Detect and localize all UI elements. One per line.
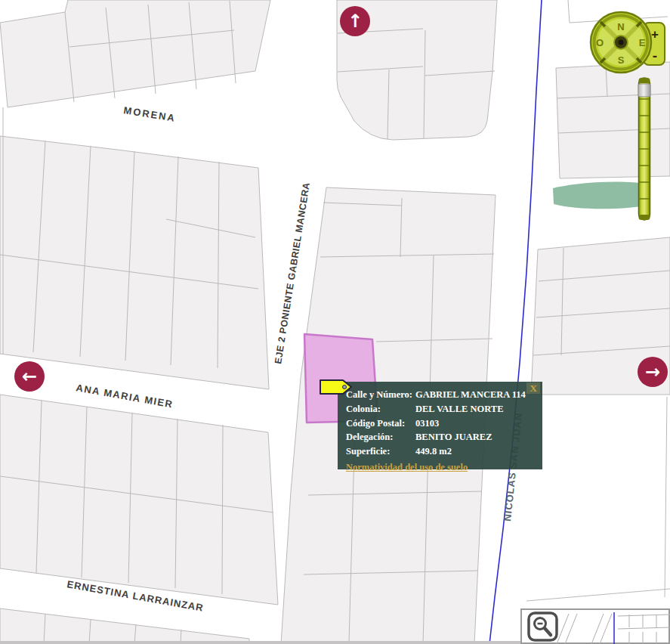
popup-close-button[interactable]: X	[526, 382, 540, 394]
compass-west-label: O	[596, 37, 604, 48]
popup-row-calle: Calle y Número: GABRIEL MANCERA 114	[346, 388, 535, 402]
property-info-popup: X Calle y Número: GABRIEL MANCERA 114 Co…	[338, 382, 542, 469]
zoom-out-button[interactable]: -	[653, 48, 657, 63]
compass-south-label: S	[618, 54, 625, 66]
popup-value: GABRIEL MANCERA 114	[415, 388, 535, 402]
street-label-ana-maria-mier: ANA MARIA MIER	[75, 382, 174, 410]
up-arrow-icon: ↑	[347, 12, 363, 30]
park-area	[553, 182, 648, 209]
popup-value: 03103	[415, 416, 535, 431]
popup-row-delegacion: Delegación: BENITO JUAREZ	[346, 430, 535, 444]
popup-label: Colonia:	[346, 402, 415, 416]
left-arrow-icon: ←	[22, 367, 37, 385]
popup-row-superficie: Superficie: 449.8 m2	[346, 444, 535, 459]
compass-east-label: E	[639, 37, 646, 48]
popup-label: Código Postal:	[346, 416, 415, 431]
zoom-in-button[interactable]: +	[651, 27, 659, 42]
zoom-slider-handle[interactable]	[638, 84, 650, 97]
overview-map[interactable]	[521, 609, 670, 644]
parcel-blocks	[0, 0, 670, 644]
popup-value: BENITO JUAREZ	[415, 430, 535, 444]
avenue-line	[489, 0, 542, 644]
property-marker[interactable]	[313, 374, 359, 400]
normatividad-link[interactable]: Normatividad del uso de suelo	[346, 460, 468, 474]
popup-value: 449.8 m2	[415, 444, 535, 459]
pan-right-button[interactable]: →	[638, 357, 668, 387]
popup-label: Superficie:	[346, 444, 415, 459]
popup-label: Delegación:	[346, 430, 415, 444]
compass-north-label: N	[617, 21, 624, 33]
popup-value: DEL VALLE NORTE	[415, 402, 535, 416]
zoom-slider[interactable]	[638, 78, 650, 220]
zoom-out-tool-button[interactable]	[529, 613, 557, 640]
map-canvas[interactable]: MORENA ANA MARIA MIER ERNESTINA LARRAINZ…	[0, 0, 670, 644]
right-arrow-icon: →	[645, 363, 660, 381]
map-viewport[interactable]: MORENA ANA MARIA MIER ERNESTINA LARRAINZ…	[0, 0, 670, 644]
street-label-morena: MORENA	[123, 104, 177, 124]
popup-row-colonia: Colonia: DEL VALLE NORTE	[346, 402, 535, 416]
pan-up-button[interactable]: ↑	[340, 6, 370, 36]
pan-left-button[interactable]: ←	[14, 361, 45, 392]
compass: + - N S O E	[591, 12, 665, 73]
popup-row-codigo-postal: Código Postal: 03103	[346, 416, 535, 431]
